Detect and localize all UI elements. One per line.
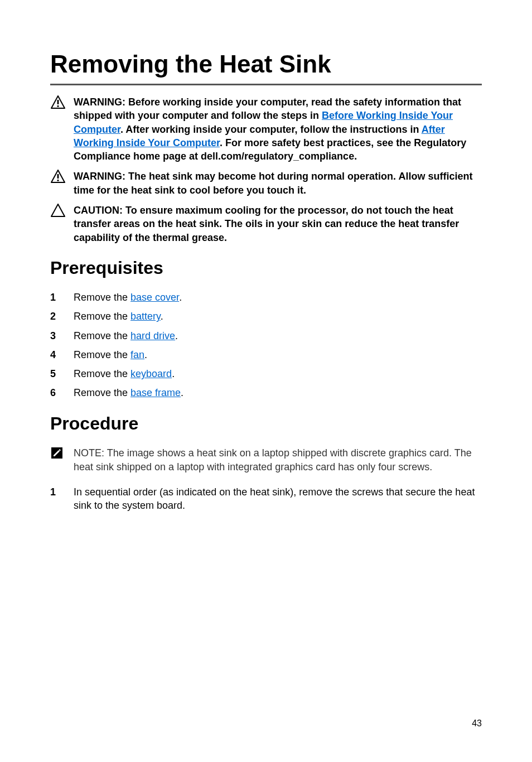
period: . [175,330,178,341]
warning-hot-text: WARNING: The heat sink may become hot du… [74,170,482,197]
warning-hot: WARNING: The heat sink may become hot du… [50,170,482,197]
note-label: NOTE: [74,447,107,459]
list-number: 4 [50,348,60,361]
warning-text-segment: . After working inside your computer, fo… [120,124,422,135]
list-item: 6 Remove the base frame. [50,386,482,399]
svg-rect-0 [57,100,59,104]
list-number: 1 [50,485,60,513]
list-number: 6 [50,386,60,399]
period: . [144,349,147,360]
warning-triangle-filled-icon [50,170,66,197]
list-item: 1 Remove the base cover. [50,291,482,304]
list-item: 2 Remove the battery. [50,310,482,323]
link-fan[interactable]: fan [130,349,144,360]
list-lead-text: Remove the [74,349,130,360]
procedure-step-text: In sequential order (as indicated on the… [74,485,482,513]
list-item: 3 Remove the hard drive. [50,329,482,343]
list-lead-text: Remove the [74,330,130,341]
svg-rect-2 [57,174,59,179]
link-keyboard[interactable]: keyboard [130,368,172,379]
procedure-heading: Procedure [50,413,482,434]
link-base-frame[interactable]: base frame [130,387,181,398]
page-title: Removing the Heat Sink [50,50,482,85]
warning-triangle-filled-icon [50,95,66,163]
period: . [161,311,163,322]
note-body: The image shows a heat sink on a laptop … [74,447,472,472]
prerequisites-list: 1 Remove the base cover. 2 Remove the ba… [50,291,482,400]
page-number: 43 [472,718,482,729]
link-hard-drive[interactable]: hard drive [130,330,175,341]
list-lead-text: Remove the [74,368,130,379]
list-item: 5 Remove the keyboard. [50,367,482,380]
link-battery[interactable]: battery [130,311,161,322]
period: . [172,368,175,379]
svg-rect-3 [57,180,59,181]
list-item: 4 Remove the fan. [50,348,482,361]
link-base-cover[interactable]: base cover [130,292,179,303]
caution-text: CAUTION: To ensure maximum cooling for t… [74,204,482,244]
period: . [181,387,183,398]
svg-rect-1 [57,105,59,107]
list-lead-text: Remove the [74,311,130,322]
warning-safety: WARNING: Before working inside your comp… [50,95,482,163]
procedure-list: 1 In sequential order (as indicated on t… [50,485,482,513]
note-callout: NOTE: The image shows a heat sink on a l… [50,446,482,474]
list-lead-text: Remove the [74,292,130,303]
caution-cooling: CAUTION: To ensure maximum cooling for t… [50,204,482,244]
list-lead-text: Remove the [74,387,130,398]
list-number: 5 [50,367,60,380]
list-number: 3 [50,329,60,343]
list-number: 2 [50,310,60,323]
warning-safety-text: WARNING: Before working inside your comp… [74,95,482,163]
list-number: 1 [50,291,60,304]
prerequisites-heading: Prerequisites [50,258,482,278]
list-item: 1 In sequential order (as indicated on t… [50,485,482,513]
period: . [179,292,182,303]
caution-triangle-outline-icon [50,204,66,244]
note-pencil-icon [50,446,66,474]
note-text: NOTE: The image shows a heat sink on a l… [74,446,482,474]
